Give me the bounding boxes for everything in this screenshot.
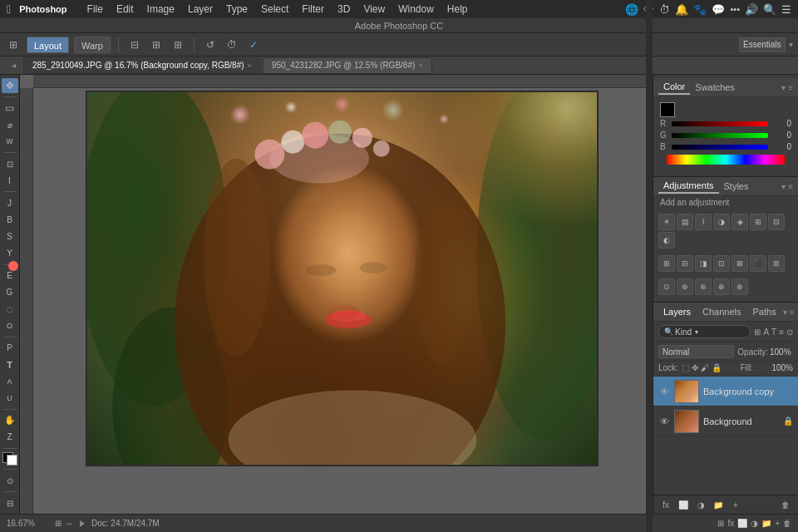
lock-icon-4[interactable]: 🔒 bbox=[712, 363, 722, 372]
blend-mode-dropdown[interactable]: Normal bbox=[658, 345, 734, 358]
filter-icon-3[interactable]: T bbox=[771, 328, 776, 337]
opt-align-icon[interactable]: ⊞ bbox=[148, 37, 165, 53]
layers-search[interactable]: 🔍 Kind ▾ bbox=[658, 325, 751, 338]
opt-clock-icon[interactable]: ⏱ bbox=[224, 37, 240, 53]
styles-tab[interactable]: Styles bbox=[719, 180, 754, 193]
layer-fx-button[interactable]: fx bbox=[658, 498, 673, 511]
background-color[interactable] bbox=[7, 455, 17, 466]
menu-icon-3[interactable]: ⏱ bbox=[659, 3, 670, 16]
adj-vibrance[interactable]: ◈ bbox=[732, 214, 748, 230]
layer-1-visibility[interactable]: 👁 bbox=[658, 416, 670, 427]
filter-icon-1[interactable]: ⊞ bbox=[754, 328, 761, 337]
menu-icon-5[interactable]: 🐾 bbox=[693, 3, 707, 16]
adj-curves[interactable]: ⌇ bbox=[695, 214, 712, 230]
menu-icon-8[interactable]: 🔊 bbox=[745, 3, 758, 16]
color-spectrum[interactable] bbox=[667, 155, 785, 165]
apple-logo[interactable]:  bbox=[7, 2, 11, 16]
adj-hsl[interactable]: ⊞ bbox=[750, 214, 766, 230]
hand-tool[interactable]: ✋ bbox=[2, 413, 18, 428]
adj-channel[interactable]: ⊟ bbox=[677, 255, 693, 272]
color-picker[interactable] bbox=[2, 452, 17, 466]
select-rect-tool[interactable]: ▭ bbox=[2, 101, 18, 116]
tab-1[interactable]: 285_2910049.JPG @ 16.7% (Background copy… bbox=[23, 57, 261, 74]
adj-colorbalance[interactable]: ⊟ bbox=[768, 214, 785, 230]
layers-panel-menu[interactable]: ≡ bbox=[790, 308, 795, 317]
menu-edit[interactable]: Edit bbox=[110, 0, 140, 18]
tool-options-icon[interactable]: ⊞ bbox=[5, 37, 22, 53]
adj-invert[interactable]: ◨ bbox=[695, 255, 712, 272]
menu-icon-6[interactable]: 💬 bbox=[712, 3, 725, 16]
adj-extra4[interactable]: ⊕ bbox=[713, 278, 730, 295]
lasso-tool[interactable]: ⌀ bbox=[2, 117, 18, 132]
g-slider[interactable] bbox=[672, 133, 768, 138]
screen-mode-tool[interactable]: ⊟ bbox=[2, 495, 18, 510]
filter-icon-4[interactable]: ≡ bbox=[779, 328, 784, 337]
opacity-value[interactable]: 100% bbox=[770, 347, 793, 357]
opt-grid2-icon[interactable]: ⊞ bbox=[170, 37, 186, 53]
menu-icon-4[interactable]: 🔔 bbox=[675, 3, 688, 16]
layers-tab[interactable]: Layers bbox=[658, 305, 696, 318]
lock-icon-1[interactable]: ⬚ bbox=[682, 363, 689, 372]
channels-tab[interactable]: Channels bbox=[697, 305, 746, 318]
adjustments-tab[interactable]: Adjustments bbox=[658, 179, 719, 194]
lock-icon-3[interactable]: 🖌 bbox=[701, 363, 709, 372]
menu-icon-7[interactable]: ••• bbox=[730, 4, 740, 14]
warp-button[interactable]: Warp bbox=[74, 37, 111, 53]
tab-2[interactable]: 950_4231282.JPG @ 12.5% (RGB/8#) × bbox=[263, 57, 432, 74]
menu-image[interactable]: Image bbox=[140, 0, 181, 18]
menu-select[interactable]: Select bbox=[254, 0, 295, 18]
paths-tab[interactable]: Paths bbox=[748, 305, 781, 318]
status-nav[interactable] bbox=[80, 520, 85, 527]
layer-0-visibility[interactable]: 👁 bbox=[658, 386, 670, 397]
adj-threshold[interactable]: ⊠ bbox=[732, 255, 748, 272]
adj-extra5[interactable]: ⊗ bbox=[732, 278, 748, 295]
brush-tool[interactable]: B bbox=[2, 212, 18, 227]
tab-1-close[interactable]: × bbox=[248, 62, 252, 70]
opt-history-icon[interactable]: ↺ bbox=[202, 37, 219, 53]
layer-adjustment-button[interactable]: ◑ bbox=[693, 498, 708, 511]
filter-icon-5[interactable]: ⊙ bbox=[786, 328, 793, 337]
eraser-tool[interactable]: E bbox=[2, 268, 18, 283]
status-icon-1[interactable]: ⊞ bbox=[55, 519, 62, 528]
adj-panel-menu[interactable]: ≡ bbox=[788, 182, 793, 191]
history-brush-tool[interactable]: Y bbox=[2, 245, 18, 260]
adj-gradient-map[interactable]: ⬛ bbox=[750, 255, 766, 272]
adj-posterize[interactable]: ⊡ bbox=[713, 255, 730, 272]
adj-brightness[interactable]: ☀ bbox=[658, 214, 675, 230]
photo-canvas[interactable] bbox=[86, 91, 598, 466]
eyedropper-tool[interactable]: I bbox=[2, 173, 18, 188]
layout-button[interactable]: Layout bbox=[27, 37, 69, 53]
status-right-6[interactable]: + bbox=[775, 519, 780, 528]
layer-delete-button[interactable]: 🗑 bbox=[778, 498, 793, 511]
adj-extra1[interactable]: ⊙ bbox=[658, 278, 675, 295]
menu-icon-10[interactable]: ☰ bbox=[781, 3, 791, 16]
dodge-tool[interactable]: O bbox=[2, 318, 18, 333]
menu-view[interactable]: View bbox=[357, 0, 392, 18]
layer-new-button[interactable]: + bbox=[728, 498, 743, 511]
shape-tool[interactable]: U bbox=[2, 391, 18, 406]
color-panel-collapse[interactable]: ▾ bbox=[781, 83, 786, 92]
clone-tool[interactable]: S bbox=[2, 229, 18, 244]
menu-icon-1[interactable]: 🌐 bbox=[625, 3, 638, 16]
b-slider[interactable] bbox=[672, 145, 768, 150]
status-right-1[interactable]: ⊞ bbox=[717, 519, 724, 528]
crop-tool[interactable]: ⊡ bbox=[2, 156, 18, 171]
tab-scroll-left[interactable]: ◂ bbox=[5, 61, 22, 70]
status-icon-2[interactable]: ↔ bbox=[65, 519, 73, 528]
menu-3d[interactable]: 3D bbox=[331, 0, 357, 18]
menu-window[interactable]: Window bbox=[392, 0, 441, 18]
menu-help[interactable]: Help bbox=[441, 0, 475, 18]
status-right-2[interactable]: fx bbox=[727, 519, 734, 528]
adj-exposure[interactable]: ◑ bbox=[713, 214, 730, 230]
adj-bw[interactable]: ◐ bbox=[658, 232, 675, 249]
status-right-5[interactable]: 📁 bbox=[761, 519, 771, 528]
status-right-7[interactable]: 🗑 bbox=[783, 519, 791, 528]
path-select-tool[interactable]: A bbox=[2, 374, 18, 389]
layers-panel-collapse[interactable]: ▾ bbox=[783, 308, 787, 317]
color-panel-menu[interactable]: ≡ bbox=[788, 83, 793, 92]
workspace-dropdown[interactable]: Essentials bbox=[739, 37, 786, 52]
gradient-tool[interactable]: G bbox=[2, 284, 18, 299]
pen-tool[interactable]: P bbox=[2, 341, 18, 356]
adj-photo[interactable]: ⊞ bbox=[658, 255, 675, 272]
layer-mask-button[interactable]: ⬜ bbox=[676, 498, 691, 511]
